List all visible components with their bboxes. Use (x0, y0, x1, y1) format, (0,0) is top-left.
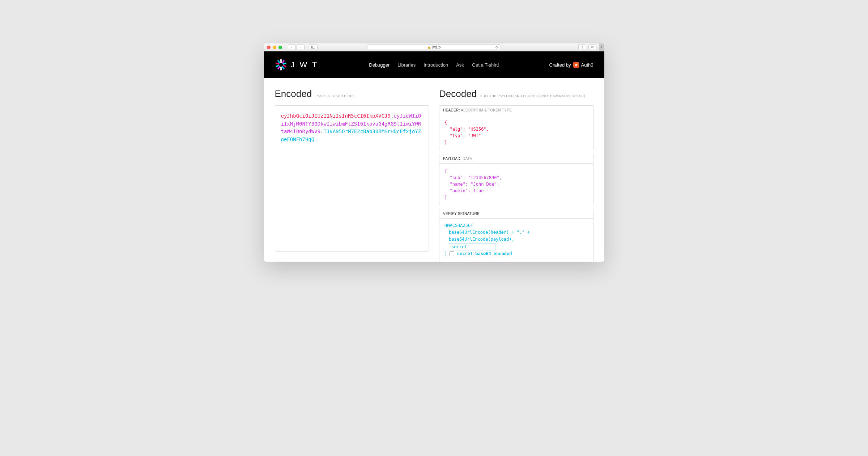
auth0-icon (573, 62, 579, 68)
back-button[interactable]: ‹ (288, 45, 296, 50)
forward-button[interactable]: › (297, 45, 305, 50)
maximize-button[interactable] (278, 46, 282, 49)
secret-input[interactable] (449, 243, 496, 250)
logo[interactable]: J W T (275, 59, 319, 71)
nav-ask[interactable]: Ask (456, 62, 464, 68)
url-text: jwt.io (433, 45, 441, 49)
decoded-payload-section: PAYLOAD: DATA { "sub": "1234567890", "na… (439, 154, 593, 205)
nav-debugger[interactable]: Debugger (369, 62, 390, 68)
signature-body: HMACSHA256( base64UrlEncode(header) + ".… (439, 219, 593, 262)
site-header: J W T Debugger Libraries Introduction As… (264, 51, 604, 78)
encoded-column: Encoded PASTE A TOKEN HERE eyJhbGciOiJIU… (275, 88, 429, 262)
encoded-token-input[interactable]: eyJhbGciOiJIUzI1NiIsInR5cCI6IkpXVCJ9.eyJ… (275, 105, 429, 252)
decoded-column: Decoded EDIT THE PAYLOAD AND SECRET (ONL… (439, 88, 593, 262)
decoded-header-label: HEADER: ALGORITHM & TOKEN TYPE (439, 106, 593, 115)
sig-line3: base64UrlEncode(payload), (444, 236, 588, 243)
decoded-payload-json[interactable]: { "sub": "1234567890", "name": "John Doe… (439, 164, 593, 205)
decoded-signature-label: VERIFY SIGNATURE (439, 209, 593, 219)
crafted-label: Crafted by (549, 62, 571, 68)
tabs-button[interactable]: ⧉ (588, 45, 596, 50)
decoded-payload-label: PAYLOAD: DATA (439, 154, 593, 164)
sidebar-toggle-button[interactable] (309, 45, 318, 50)
sig-close: ) (444, 251, 447, 256)
sig-line1: HMACSHA256( (444, 222, 588, 229)
page-content: Encoded PASTE A TOKEN HERE eyJhbGciOiJIU… (264, 78, 604, 262)
reload-icon[interactable]: ⟳ (495, 46, 498, 49)
nav-introduction[interactable]: Introduction (424, 62, 448, 68)
svg-rect-1 (280, 67, 282, 70)
crafted-by[interactable]: Crafted by Auth0 (549, 62, 593, 68)
logo-text: J W T (291, 60, 319, 69)
secret-base64-checkbox[interactable] (450, 252, 454, 256)
sig-line2: base64UrlEncode(header) + "." + (444, 229, 588, 236)
titlebar: ‹ › 🔒 jwt.io ⟳ ⇧ ⧉ + (264, 43, 604, 51)
decoded-title: Decoded (439, 88, 477, 100)
token-header-part: eyJhbGciOiJIUzI1NiIsInR5cCI6IkpXVCJ9 (281, 113, 391, 119)
secret-base64-label: secret base64 encoded (457, 251, 512, 256)
traffic-lights (267, 46, 282, 49)
nav-libraries[interactable]: Libraries (397, 62, 416, 68)
encoded-subtitle: PASTE A TOKEN HERE (315, 94, 354, 98)
nav-buttons: ‹ › (288, 45, 305, 50)
nav-tshirt[interactable]: Get a T-shirt! (472, 62, 499, 68)
decoded-subtitle: EDIT THE PAYLOAD AND SECRET (ONLY HS256 … (480, 94, 585, 98)
svg-rect-0 (280, 59, 282, 63)
close-button[interactable] (267, 46, 271, 49)
decoded-signature-section: VERIFY SIGNATURE HMACSHA256( base64UrlEn… (439, 209, 593, 262)
url-bar[interactable]: 🔒 jwt.io ⟳ (367, 45, 501, 50)
nav-links: Debugger Libraries Introduction Ask Get … (369, 62, 499, 68)
new-tab-button[interactable]: + (599, 43, 604, 51)
minimize-button[interactable] (273, 46, 276, 49)
jwt-logo-icon (275, 59, 287, 71)
scrollbar-thumb[interactable] (601, 52, 604, 72)
browser-window: ‹ › 🔒 jwt.io ⟳ ⇧ ⧉ + (264, 43, 604, 262)
encoded-title: Encoded (275, 88, 312, 100)
crafted-brand: Auth0 (581, 62, 593, 68)
decoded-header-section: HEADER: ALGORITHM & TOKEN TYPE { "alg": … (439, 105, 593, 150)
share-button[interactable]: ⇧ (578, 45, 586, 50)
decoded-header-json[interactable]: { "alg": "HS256", "typ": "JWT" } (439, 115, 593, 150)
lock-icon: 🔒 (427, 46, 431, 49)
